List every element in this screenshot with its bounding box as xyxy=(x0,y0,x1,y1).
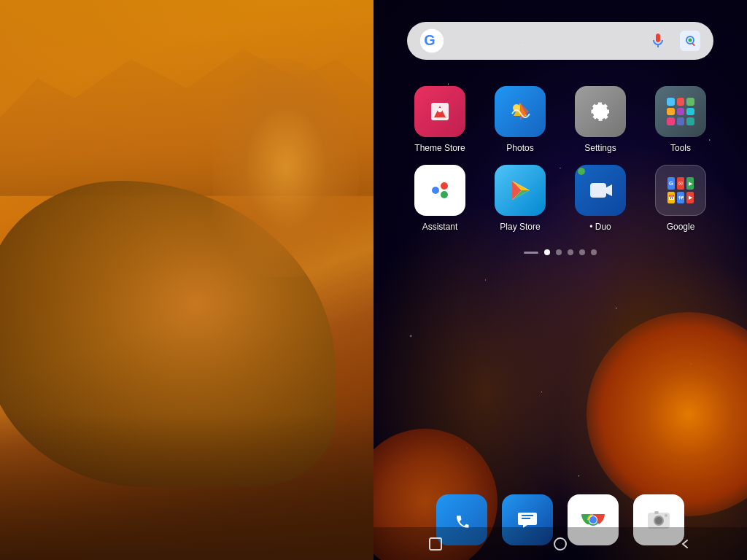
app-theme-store[interactable]: Theme Store xyxy=(407,86,473,153)
assistant-label: Assistant xyxy=(422,222,458,232)
photos-label: Photos xyxy=(506,143,533,153)
page-indicator-5 xyxy=(591,249,597,255)
phone-homescreen: G xyxy=(374,0,747,560)
page-indicator-1-active xyxy=(544,249,550,255)
app-photos[interactable]: Photos xyxy=(487,86,553,153)
photos-icon xyxy=(495,86,546,137)
play-store-icon xyxy=(495,165,546,216)
duo-online-dot xyxy=(578,168,585,175)
play-store-label: Play Store xyxy=(500,222,540,232)
theme-store-icon xyxy=(414,86,465,137)
mic-icon[interactable] xyxy=(646,29,670,52)
phone-content-area: G xyxy=(374,0,747,284)
nav-home-icon[interactable] xyxy=(551,535,569,553)
tools-label: Tools xyxy=(670,143,691,153)
duo-icon xyxy=(575,165,626,216)
app-tools[interactable]: Tools xyxy=(648,86,713,153)
app-play-store[interactable]: Play Store xyxy=(487,165,553,232)
svg-point-20 xyxy=(655,517,662,524)
svg-text:G: G xyxy=(424,32,435,48)
assistant-icon xyxy=(414,165,465,216)
svg-rect-13 xyxy=(590,183,606,198)
app-google-folder[interactable]: G ✉ ▶ 📅 🗺 ▶ Google xyxy=(648,165,713,232)
svg-point-7 xyxy=(438,108,442,112)
svg-point-17 xyxy=(589,516,597,524)
tools-icon xyxy=(655,86,706,137)
svg-rect-23 xyxy=(430,538,441,550)
svg-point-4 xyxy=(689,39,692,42)
page-indicator-0 xyxy=(524,252,538,254)
bottom-navigation-bar xyxy=(374,527,747,560)
svg-point-24 xyxy=(554,538,566,550)
svg-rect-21 xyxy=(654,511,659,514)
lens-icon[interactable] xyxy=(678,29,702,52)
wave-dark xyxy=(0,414,374,560)
page-indicator-4 xyxy=(579,249,585,255)
page-indicators xyxy=(524,249,597,255)
settings-label: Settings xyxy=(584,143,616,153)
duo-label: • Duo xyxy=(589,222,611,232)
google-search-bar[interactable]: G xyxy=(407,22,713,60)
svg-point-22 xyxy=(665,514,667,517)
google-folder-icon: G ✉ ▶ 📅 🗺 ▶ xyxy=(655,165,706,216)
app-assistant[interactable]: Assistant xyxy=(407,165,473,232)
svg-point-10 xyxy=(432,187,439,194)
app-grid: Theme Store Photos xyxy=(407,86,713,232)
search-action-icons xyxy=(646,29,702,52)
app-duo[interactable]: • Duo xyxy=(568,165,633,232)
google-folder-label: Google xyxy=(667,222,695,232)
settings-icon xyxy=(575,86,626,137)
nav-recents-icon[interactable] xyxy=(427,535,444,553)
app-settings[interactable]: Settings xyxy=(568,86,633,153)
nav-back-icon[interactable] xyxy=(676,535,694,553)
page-indicator-2 xyxy=(556,249,562,255)
page-indicator-3 xyxy=(568,249,573,255)
theme-store-label: Theme Store xyxy=(414,143,465,153)
ocean-photo-panel xyxy=(0,0,374,560)
svg-point-11 xyxy=(441,182,448,190)
google-logo: G xyxy=(419,28,445,54)
svg-point-12 xyxy=(441,191,448,198)
